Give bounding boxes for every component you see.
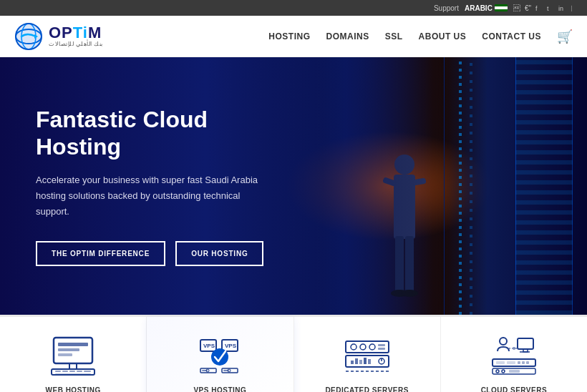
svg-rect-71 [509,370,520,373]
hero-section: Fantastic Cloud Hosting Accelerate your … [0,57,587,315]
svg-rect-40 [346,341,389,353]
svg-rect-50 [364,358,367,364]
svg-rect-19 [58,348,79,351]
svg-text:VPS: VPS [225,343,237,349]
rss-icon[interactable]: ⎸ [571,4,578,11]
web-hosting-label: Web Hosting [46,386,101,392]
cloud-label: Cloud Servers [481,386,547,392]
logo[interactable]: OPTiM بنك الأهلي للإتصالات [14,22,103,51]
svg-point-69 [496,370,499,373]
svg-text:⎸: ⎸ [571,5,577,11]
svg-point-41 [351,344,356,350]
svg-rect-20 [58,353,72,356]
vps-label: VPS Hosting [193,386,246,392]
feature-cloud[interactable]: Cloud Servers [441,317,587,392]
hero-content: Fantastic Cloud Hosting Accelerate your … [0,106,301,266]
hero-title: Fantastic Cloud Hosting [36,106,265,161]
dedicated-label: Dedicated Servers [325,386,408,392]
hero-buttons: THE OPTIM DIFFERENCE OUR HOSTING [36,241,265,266]
twitter-icon[interactable]: t [547,4,554,11]
features-section: Web Hosting VPS VPS VPS Hosti [0,315,587,392]
support-label: Support [434,4,459,12]
svg-point-70 [502,370,505,373]
social-icons:  €" f t in ⎸ [513,4,578,12]
svg-rect-65 [518,361,520,364]
svg-rect-23 [55,371,61,372]
svg-text:t: t [547,5,549,11]
svg-rect-26 [77,371,82,372]
facebook-icon[interactable]:  [513,4,520,12]
linkedin-icon[interactable]: in [558,4,567,11]
svg-point-59 [513,347,515,350]
difference-button[interactable]: THE OPTIM DIFFERENCE [36,241,165,266]
svg-rect-28 [55,373,91,375]
cloud-icon [489,330,539,381]
svg-rect-47 [351,361,354,364]
svg-point-42 [360,344,366,350]
vps-icon: VPS VPS [195,330,245,381]
svg-text:VPS: VPS [203,343,215,349]
svg-rect-66 [522,361,525,364]
svg-rect-44 [378,344,385,346]
svg-rect-45 [378,348,385,350]
svg-rect-64 [507,361,515,364]
svg-rect-51 [368,359,371,364]
svg-point-43 [369,344,375,350]
nav-domains[interactable]: DOMAINS [326,31,369,41]
twitter-icon[interactable]: €" [525,4,531,12]
arabic-language-toggle[interactable]: ARABIC [465,4,508,12]
feature-web-hosting[interactable]: Web Hosting [0,317,147,392]
cart-icon[interactable]: 🛒 [557,29,573,44]
svg-rect-38 [223,370,229,371]
logo-optim-text: OPTiM [49,25,103,41]
svg-rect-67 [526,361,529,364]
svg-rect-27 [84,371,91,372]
logo-icon [14,22,43,51]
svg-rect-25 [69,371,75,372]
facebook-icon[interactable]: f [535,4,543,11]
nav-hosting[interactable]: HOSTING [268,31,310,41]
svg-rect-35 [202,370,208,371]
feature-vps[interactable]: VPS VPS VPS Hosting [147,317,294,392]
svg-rect-49 [359,360,362,364]
svg-rect-63 [496,361,505,364]
web-hosting-icon [48,330,98,381]
svg-rect-56 [518,338,533,349]
main-nav: HOSTING DOMAINS SSL ABOUT US CONTACT US … [268,29,573,44]
nav-contact[interactable]: CONTACT US [482,31,541,41]
top-bar: Support ARABIC  €" f t in ⎸ [0,0,587,16]
dedicated-icon [342,330,392,381]
svg-rect-18 [58,343,88,346]
svg-point-55 [500,338,507,345]
svg-text:f: f [535,5,538,11]
svg-text:in: in [558,5,563,11]
logo-text: OPTiM بنك الأهلي للإتصالات [49,25,103,47]
svg-rect-24 [62,371,68,372]
arabic-flag-icon [495,4,508,11]
nav-ssl[interactable]: SSL [385,31,403,41]
feature-dedicated[interactable]: Dedicated Servers [294,317,441,392]
logo-sub-text: بنك الأهلي للإتصالات [49,41,103,47]
hero-subtitle: Accelerate your business with super fast… [36,172,265,220]
nav-about[interactable]: ABOUT US [419,31,467,41]
hosting-button[interactable]: OUR HOSTING [175,241,263,266]
header: OPTiM بنك الأهلي للإتصالات HOSTING DOMAI… [0,16,587,57]
svg-rect-48 [355,358,358,364]
